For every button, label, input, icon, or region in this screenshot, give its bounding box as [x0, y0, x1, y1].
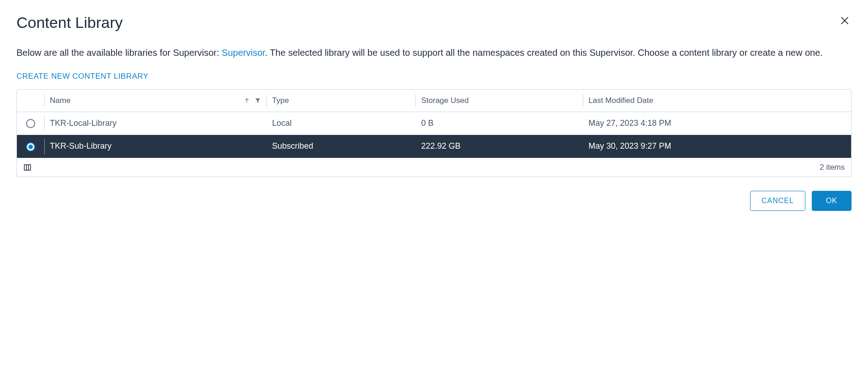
table-row[interactable]: TKR-Sub-LibrarySubscribed222.92 GBMay 30…: [17, 135, 851, 158]
row-radio[interactable]: [26, 142, 35, 151]
col-type[interactable]: Type: [266, 90, 415, 112]
dialog-description: Below are all the available libraries fo…: [16, 45, 852, 60]
columns-icon[interactable]: [23, 163, 32, 172]
supervisor-link[interactable]: Supervisor: [222, 48, 265, 58]
svg-rect-3: [24, 165, 31, 170]
cell-modified: May 27, 2023 4:18 PM: [583, 112, 851, 135]
cell-modified: May 30, 2023 9:27 PM: [583, 135, 851, 158]
ok-button[interactable]: OK: [812, 191, 852, 211]
dialog-title: Content Library: [16, 14, 122, 32]
row-radio[interactable]: [26, 119, 35, 128]
items-count: 2 items: [820, 163, 845, 172]
cancel-button[interactable]: CANCEL: [750, 191, 805, 211]
cell-name: TKR-Local-Library: [44, 112, 266, 135]
filter-icon[interactable]: [255, 97, 261, 104]
col-modified[interactable]: Last Modified Date: [583, 90, 851, 112]
create-new-content-library-link[interactable]: CREATE NEW CONTENT LIBRARY: [16, 72, 149, 81]
col-name-label: Name: [50, 96, 70, 105]
sort-asc-icon[interactable]: [244, 97, 250, 104]
cell-type: Subscribed: [266, 135, 415, 158]
cell-storage: 0 B: [415, 112, 583, 135]
cell-name: TKR-Sub-Library: [44, 135, 266, 158]
col-select: [17, 90, 44, 112]
content-library-dialog: Content Library Below are all the availa…: [16, 14, 852, 211]
col-name[interactable]: Name: [44, 90, 266, 112]
table-row[interactable]: TKR-Local-LibraryLocal0 BMay 27, 2023 4:…: [17, 112, 851, 135]
close-icon[interactable]: [838, 14, 852, 29]
library-table: Name Type Storage Us: [16, 89, 852, 177]
cell-storage: 222.92 GB: [415, 135, 583, 158]
cell-type: Local: [266, 112, 415, 135]
col-storage[interactable]: Storage Used: [415, 90, 583, 112]
